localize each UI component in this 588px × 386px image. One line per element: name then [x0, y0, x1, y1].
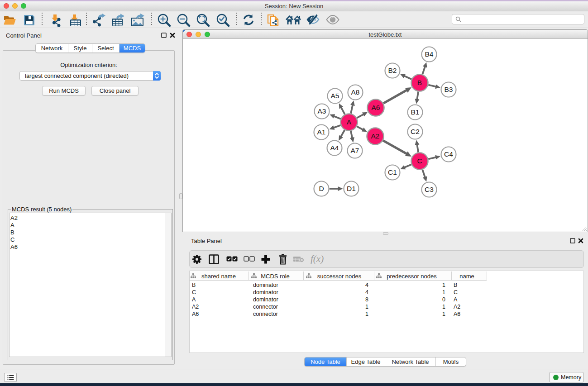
svg-text:B: B: [417, 79, 422, 86]
svg-text:A4: A4: [330, 144, 339, 152]
svg-text:A6: A6: [372, 104, 380, 111]
svg-text:A8: A8: [351, 88, 360, 96]
svg-text:B1: B1: [411, 108, 420, 116]
svg-text:C2: C2: [411, 128, 420, 135]
svg-text:D: D: [319, 185, 324, 192]
svg-text:A: A: [347, 118, 352, 126]
svg-text:B4: B4: [425, 50, 434, 58]
svg-text:D1: D1: [347, 185, 356, 192]
svg-text:C: C: [417, 157, 422, 165]
svg-text:A3: A3: [318, 107, 326, 115]
svg-text:A2: A2: [371, 132, 380, 140]
svg-text:B3: B3: [445, 86, 453, 93]
svg-text:C4: C4: [444, 150, 453, 158]
svg-text:A1: A1: [317, 128, 326, 136]
svg-text:B2: B2: [388, 67, 397, 74]
svg-text:A7: A7: [351, 147, 359, 154]
svg-text:C1: C1: [388, 168, 397, 176]
svg-text:C3: C3: [425, 186, 434, 193]
svg-text:A5: A5: [331, 92, 339, 100]
